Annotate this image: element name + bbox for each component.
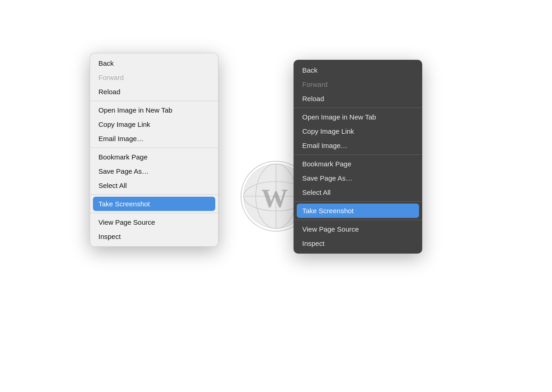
menu-item-back[interactable]: Back — [294, 63, 422, 77]
menu-separator-13 — [90, 213, 218, 213]
svg-text:W: W — [261, 184, 288, 213]
menu-item-take-screenshot[interactable]: Take Screenshot — [93, 197, 215, 211]
menu-item-forward: Forward — [90, 70, 218, 85]
menu-item-forward: Forward — [294, 77, 422, 91]
menu-item-email-image-[interactable]: Email Image… — [294, 138, 422, 153]
menu-item-bookmark-page[interactable]: Bookmark Page — [90, 150, 218, 164]
context-menu-dark: BackForwardReloadOpen Image in New TabCo… — [293, 60, 422, 254]
menu-item-inspect[interactable]: Inspect — [294, 236, 422, 250]
menu-item-bookmark-page[interactable]: Bookmark Page — [294, 157, 422, 171]
menu-separator-3 — [294, 108, 422, 108]
menu-item-inspect[interactable]: Inspect — [90, 229, 218, 244]
menu-separator-11 — [294, 201, 422, 202]
menu-separator-13 — [294, 220, 422, 220]
menu-item-reload[interactable]: Reload — [294, 91, 422, 106]
menu-separator-7 — [90, 148, 218, 148]
menu-item-copy-image-link[interactable]: Copy Image Link — [90, 117, 218, 131]
background-page: W — [0, 0, 552, 392]
menu-item-back[interactable]: Back — [90, 56, 218, 70]
menu-item-save-page-as-[interactable]: Save Page As… — [90, 164, 218, 178]
menu-item-select-all[interactable]: Select All — [294, 185, 422, 199]
context-menu-light: BackForwardReloadOpen Image in New TabCo… — [90, 53, 218, 247]
menu-item-view-page-source[interactable]: View Page Source — [294, 222, 422, 236]
menu-item-open-image-in-new-tab[interactable]: Open Image in New Tab — [294, 110, 422, 124]
menu-item-open-image-in-new-tab[interactable]: Open Image in New Tab — [90, 103, 218, 117]
menu-item-take-screenshot[interactable]: Take Screenshot — [297, 204, 419, 218]
menu-separator-11 — [90, 194, 218, 195]
menu-item-email-image-[interactable]: Email Image… — [90, 131, 218, 146]
menu-item-copy-image-link[interactable]: Copy Image Link — [294, 124, 422, 138]
menu-item-view-page-source[interactable]: View Page Source — [90, 215, 218, 229]
menu-separator-7 — [294, 154, 422, 155]
menu-item-save-page-as-[interactable]: Save Page As… — [294, 171, 422, 185]
menu-separator-3 — [90, 101, 218, 101]
menu-item-reload[interactable]: Reload — [90, 85, 218, 99]
menu-item-select-all[interactable]: Select All — [90, 178, 218, 193]
